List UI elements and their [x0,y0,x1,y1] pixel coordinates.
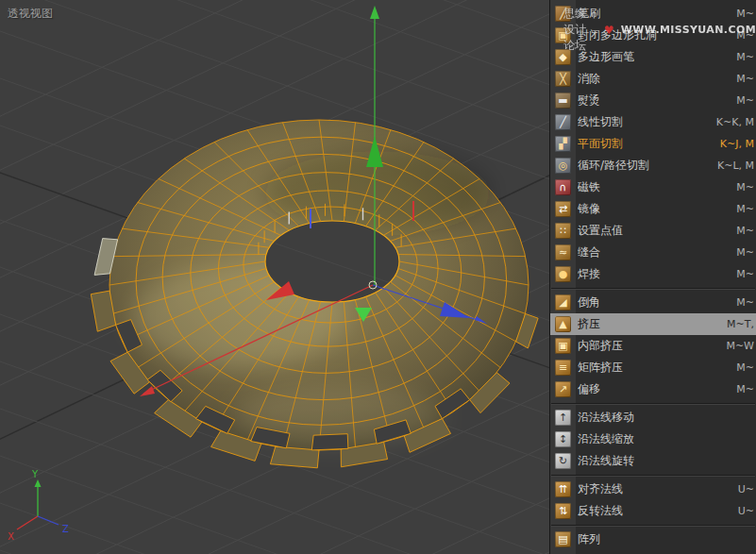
menu-item-move-along-normals[interactable]: ↑沿法线移动 [550,407,756,428]
extrude-inner-icon: ▣ [555,338,571,354]
y-axis-arrow-icon[interactable] [370,6,379,19]
menu-item-label: 熨烫 [578,92,600,109]
menu-item-polygon-pen[interactable]: ◆多边形画笔M~ [550,46,756,68]
menu-item-label: 反转法线 [578,503,623,519]
torus-object[interactable] [91,120,538,468]
menu-item-shortcut: U~ [738,505,754,517]
context-menu: ╱笔刷M~▣封闭多边形孔洞M~◆多边形画笔M~╳消除M~▬熨烫M~╱线性切割K~… [549,0,756,554]
menu-item-bevel[interactable]: ◢倒角M~ [550,292,756,313]
menu-item-shortcut: M~ [736,181,754,193]
menu-item-scale-along-normals[interactable]: ↕沿法线缩放 [550,428,756,450]
menu-item-weld[interactable]: ●焊接M~ [550,263,756,285]
menu-item-array[interactable]: ▤阵列 [550,529,756,550]
menu-item-close-polygon-hole[interactable]: ▣封闭多边形孔洞M~ [550,25,756,46]
menu-item-shortcut: M~ [736,296,754,309]
menu-item-mirror[interactable]: ⇄镜像M~ [550,198,756,220]
menu-item-smooth-shift[interactable]: ↗偏移M~ [550,378,756,400]
extrude-icon: ▲ [555,316,571,332]
rotate-along-normals-icon: ↻ [555,453,571,469]
reverse-normals-icon: ⇅ [555,503,571,519]
menu-item-extrude[interactable]: ▲挤压M~T, [550,313,756,335]
menu-item-extrude-inner[interactable]: ▣内部挤压M~W [550,335,756,357]
menu-item-label: 挤压 [578,316,600,332]
dissolve-icon: ╳ [555,71,571,87]
close-polygon-hole-icon: ▣ [555,27,571,43]
menu-item-label: 设置点值 [578,223,623,239]
set-point-value-icon: ∷ [555,223,571,239]
menu-item-label: 对齐法线 [578,481,623,497]
magnet-icon: ∩ [555,179,571,195]
matrix-extrude-icon: ≡ [555,360,571,376]
world-x-label: X [8,531,14,542]
menu-item-align-normals[interactable]: ⇈对齐法线U~ [550,478,756,500]
menu-item-loop-path-cut[interactable]: ◎循环/路径切割K~L, M [550,155,756,176]
world-y-arrow-icon [35,479,42,487]
menu-item-label: 封闭多边形孔洞 [578,27,657,43]
menu-item-label: 多边形画笔 [578,49,634,65]
move-along-normals-icon: ↑ [555,410,571,426]
line-cut-icon: ╱ [555,114,571,130]
menu-item-shortcut: M~ [736,268,754,280]
menu-item-iron[interactable]: ▬熨烫M~ [550,90,756,111]
menu-item-label: 沿法线缩放 [578,431,634,447]
menu-item-plane-cut[interactable]: ▞平面切割K~J, M [550,133,756,155]
menu-item-shortcut: M~ [736,361,754,374]
menu-separator [550,522,756,529]
bevel-icon: ◢ [555,294,571,311]
menu-item-label: 消除 [578,71,600,87]
menu-item-stitch-sew[interactable]: ≈缝合M~ [550,242,756,263]
plane-cut-icon: ▞ [555,136,571,152]
menu-item-shortcut: M~ [736,51,754,63]
menu-item-label: 笔刷 [578,6,600,22]
menu-item-label: 平面切割 [578,136,623,152]
menu-item-shortcut: M~W [726,340,754,352]
polygon-pen-icon: ◆ [555,49,571,65]
menu-item-label: 缝合 [578,244,600,260]
menu-item-label: 沿法线移动 [578,410,634,426]
menu-item-shortcut: M~ [736,225,754,237]
menu-item-label: 磁铁 [578,179,600,195]
menu-item-label: 内部挤压 [578,338,623,354]
menu-item-label: 镜像 [578,201,600,217]
menu-item-shortcut: K~J, M [720,138,754,150]
world-z-label: Z [62,524,69,534]
stitch-sew-icon: ≈ [555,244,571,260]
menu-item-label: 偏移 [578,381,600,397]
menu-item-dissolve[interactable]: ╳消除M~ [550,68,756,90]
menu-item-shortcut: K~L, M [717,159,754,172]
menu-item-shortcut: M~ [736,203,754,215]
world-axis-gizmo: Y X Z [8,469,69,542]
menu-item-line-cut[interactable]: ╱线性切割K~K, M [550,111,756,133]
menu-item-shortcut: M~ [736,29,754,42]
menu-item-label: 阵列 [578,531,600,547]
brush-icon: ╱ [555,6,571,22]
mirror-icon: ⇄ [555,201,571,217]
app-window: 透视视图 Y X Z ╱笔刷M~▣封 [0,0,756,554]
menu-separator [550,472,756,478]
menu-item-shortcut: M~ [736,8,754,20]
world-y-label: Y [31,469,39,479]
menu-item-matrix-extrude[interactable]: ≡矩阵挤压M~ [550,357,756,378]
menu-separator [550,400,756,407]
iron-icon: ▬ [555,92,571,109]
array-icon: ▤ [555,531,571,547]
menu-item-reverse-normals[interactable]: ⇅反转法线U~ [550,500,756,522]
menu-item-shortcut: M~T, [727,318,754,330]
menu-item-label: 线性切割 [578,114,623,130]
menu-item-magnet[interactable]: ∩磁铁M~ [550,176,756,198]
menu-item-label: 循环/路径切割 [578,158,649,174]
menu-item-shortcut: M~ [736,383,754,395]
menu-item-rotate-along-normals[interactable]: ↻沿法线旋转 [550,450,756,472]
viewport-3d[interactable]: 透视视图 Y X Z [0,0,549,554]
menu-item-brush[interactable]: ╱笔刷M~ [550,3,756,25]
weld-icon: ● [555,266,571,282]
menu-item-shortcut: K~K, M [716,116,754,128]
viewport-canvas[interactable]: Y X Z [0,0,549,554]
menu-item-label: 焊接 [578,266,600,282]
menu-item-shortcut: M~ [736,73,754,85]
menu-item-label: 矩阵挤压 [578,360,623,376]
menu-separator [550,285,756,292]
menu-item-set-point-value[interactable]: ∷设置点值M~ [550,220,756,242]
loop-path-cut-icon: ◎ [555,158,571,174]
scale-along-normals-icon: ↕ [555,431,571,447]
